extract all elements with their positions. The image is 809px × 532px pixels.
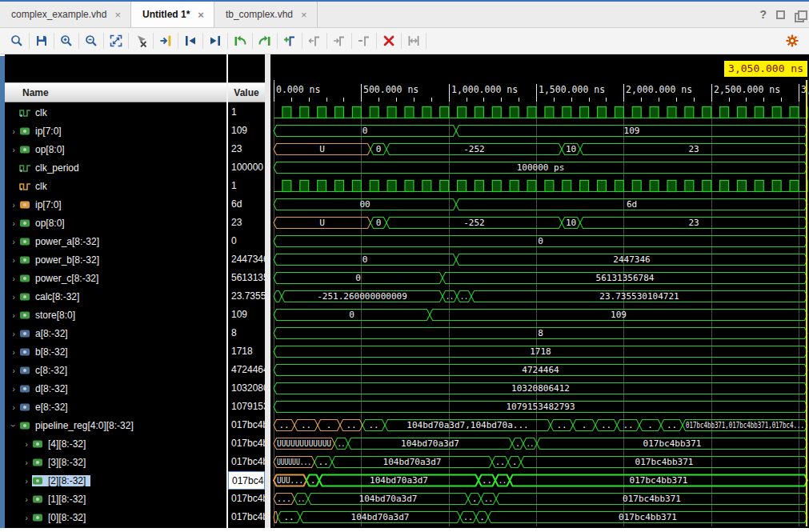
tree-expand-icon[interactable]: › xyxy=(8,366,19,375)
waveform-row[interactable]: 0 xyxy=(270,232,809,250)
tab-untitled-1-[interactable]: Untitled 1*× xyxy=(131,2,214,27)
tree-expand-icon[interactable]: › xyxy=(21,458,32,467)
waveform-row[interactable]: 4724464 xyxy=(270,361,809,379)
tree-expand-icon[interactable]: › xyxy=(8,274,19,283)
tree-expand-icon[interactable]: › xyxy=(8,255,19,265)
tree-expand-icon[interactable]: › xyxy=(8,237,19,246)
zoom-fit-icon[interactable] xyxy=(106,31,126,50)
signal-row-clk-period[interactable]: clk_period xyxy=(5,158,226,177)
signal-row-op-8-0-[interactable]: ›op[8:0] xyxy=(5,214,226,232)
signal-row--0-8-32-[interactable]: ›[0][8:-32] xyxy=(5,508,226,526)
waveform-row[interactable]: 006d xyxy=(270,195,809,214)
signal-row-calc-8-32-[interactable]: ›calc[8:-32] xyxy=(5,287,226,306)
signal-name-label: pipeline_reg[4:0][8:-32] xyxy=(35,420,134,431)
tree-expand-icon[interactable]: › xyxy=(8,145,19,154)
goto-time-zero-icon[interactable] xyxy=(230,31,250,50)
signal-row-power-a-8-32-[interactable]: ›power_a[8:-32] xyxy=(5,232,226,250)
delete-marker-icon[interactable] xyxy=(354,31,374,50)
tree-expand-icon[interactable]: › xyxy=(8,347,19,357)
signal-row-ip-7-0-[interactable]: ›ip[7:0] xyxy=(5,122,226,140)
waveform-row[interactable]: U0-2521023 xyxy=(270,214,809,232)
tree-expand-icon[interactable]: › xyxy=(8,200,19,210)
signal-name-label: [0][8:-32] xyxy=(48,512,86,523)
signal-row-e-8-32-[interactable]: ›e[8:-32] xyxy=(5,398,226,416)
value-wave-splitter[interactable] xyxy=(265,54,270,528)
waveform-row[interactable]: U0-2521023 xyxy=(270,140,809,158)
goto-cursor-icon[interactable] xyxy=(155,31,176,50)
tab-tb-complex-vhd[interactable]: tb_complex.vhd× xyxy=(214,2,318,27)
waveform-row[interactable]: UUU....104bd70a3d7....017bc4bb371 xyxy=(270,471,809,490)
tab-close-icon[interactable]: × xyxy=(114,10,121,20)
signal-row--3-8-32-[interactable]: ›[3][8:-32] xyxy=(5,453,226,471)
tree-expand-icon[interactable]: › xyxy=(21,476,32,486)
waveform-row[interactable]: 100000 ps xyxy=(270,158,809,177)
waveform-row[interactable] xyxy=(270,177,809,195)
waveform-row[interactable]: 1079153482793 xyxy=(270,398,809,416)
waveform-row[interactable]: 0109 xyxy=(270,122,809,140)
signal-row-pipeline-reg-4-0-8-32-[interactable]: ›pipeline_reg[4:0][8:-32] xyxy=(5,416,226,434)
float-window-icon[interactable] xyxy=(795,10,804,19)
waveform-row[interactable]: -251.260000000009....23.735530104721 xyxy=(270,287,809,306)
waveform-row[interactable]: ..104bd70a3d7...017bc4bb371 xyxy=(270,508,809,526)
zoom-out-icon[interactable] xyxy=(81,31,102,50)
signal-row-a-8-32-[interactable]: ›a[8:-32] xyxy=(5,324,226,342)
waveform-row[interactable]: .....104bd70a3d7...017bc4bb371 xyxy=(270,490,809,508)
svg-text:..: .. xyxy=(278,420,289,430)
signal-row-clk[interactable]: clk xyxy=(5,103,226,122)
goto-time-last-icon[interactable] xyxy=(254,31,275,50)
tree-expand-icon[interactable]: › xyxy=(8,218,19,228)
previous-marker-icon[interactable] xyxy=(304,31,325,50)
tab-close-icon[interactable]: × xyxy=(198,10,204,20)
add-marker-icon[interactable] xyxy=(279,31,300,50)
tree-expand-icon[interactable]: › xyxy=(21,439,32,449)
waveform-row[interactable]: UUUUUUUUUUUU..104bd70a3d7...017bc4bb371 xyxy=(270,434,809,453)
tree-expand-icon[interactable]: › xyxy=(8,402,19,412)
waveform-row[interactable]: UUUUUU.....104bd70a3d7...017bc4bb371 xyxy=(270,453,809,471)
save-wave-config-icon[interactable] xyxy=(31,31,52,50)
swap-cursors-icon[interactable] xyxy=(403,31,424,50)
tree-expand-icon[interactable]: › xyxy=(8,310,19,320)
find-icon[interactable] xyxy=(6,31,27,50)
next-marker-icon[interactable] xyxy=(329,31,350,50)
signal-row-power-b-8-32-[interactable]: ›power_b[8:-32] xyxy=(5,250,226,269)
signal-row--4-8-32-[interactable]: ›[4][8:-32] xyxy=(5,434,226,453)
waveform-row[interactable]: 10320806412 xyxy=(270,379,809,398)
maximize-icon[interactable] xyxy=(776,10,785,19)
settings-gear-icon[interactable] xyxy=(782,31,803,50)
signal-row-c-8-32-[interactable]: ›c[8:-32] xyxy=(5,361,226,379)
signal-row-store-8-0-[interactable]: ›store[8:0] xyxy=(5,306,226,324)
tab-complex-example-vhd[interactable]: complex_example.vhd× xyxy=(0,2,131,27)
tree-expand-icon[interactable]: › xyxy=(21,513,32,522)
tree-expand-icon[interactable]: › xyxy=(8,292,19,302)
tree-collapse-icon[interactable]: › xyxy=(9,420,18,431)
tab-close-icon[interactable]: × xyxy=(301,10,307,20)
waveform-row[interactable] xyxy=(270,103,809,122)
waveform-row[interactable]: 056131356784 xyxy=(270,269,809,287)
signal-row-clk[interactable]: clk xyxy=(5,177,226,195)
signal-row--1-8-32-[interactable]: ›[1][8:-32] xyxy=(5,490,226,508)
waveform-row[interactable]: .........104bd70a3d7,104bd70a...........… xyxy=(270,416,809,434)
next-transition-icon[interactable] xyxy=(205,31,226,50)
zoom-to-cursor-off-icon[interactable] xyxy=(130,31,151,50)
help-icon[interactable]: ? xyxy=(759,8,767,21)
signal-row-power-c-8-32-[interactable]: ›power_c[8:-32] xyxy=(5,269,226,287)
zoom-in-icon[interactable] xyxy=(56,31,77,50)
signal-row-d-8-32-[interactable]: ›d[8:-32] xyxy=(5,379,226,398)
signal-row-b-8-32-[interactable]: ›b[8:-32] xyxy=(5,342,226,361)
signal-name-label: store[8:0] xyxy=(35,310,75,321)
previous-transition-icon[interactable] xyxy=(180,31,201,50)
waveform-row[interactable]: 1718 xyxy=(270,342,809,361)
signal-row-ip-7-0-[interactable]: ›ip[7:0] xyxy=(5,195,226,214)
waveform-row[interactable]: 02447346 xyxy=(270,250,809,269)
delete-all-markers-icon[interactable] xyxy=(378,31,399,50)
waveform-row[interactable]: 8 xyxy=(270,324,809,342)
tree-expand-icon[interactable]: › xyxy=(8,126,19,136)
waveform-row[interactable]: 0109 xyxy=(270,306,809,324)
wave-cursor-line[interactable] xyxy=(806,80,807,526)
tree-expand-icon[interactable]: › xyxy=(21,494,32,504)
tree-expand-icon[interactable]: › xyxy=(8,329,19,338)
tree-expand-icon[interactable]: › xyxy=(8,384,19,394)
signal-row--2-8-32-[interactable]: ›[2][8:-32] xyxy=(5,471,226,490)
signal-row-op-8-0-[interactable]: ›op[8:0] xyxy=(5,140,226,158)
waveform-panel[interactable]: 3,050.000 ns 0109U0-2521023100000 ps006d… xyxy=(270,54,809,528)
